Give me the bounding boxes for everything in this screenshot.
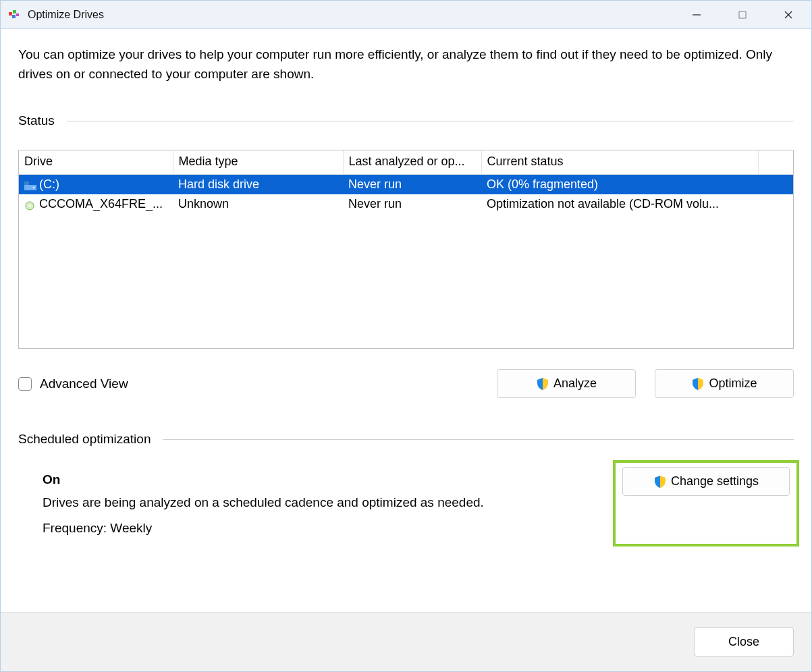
col-header-media[interactable]: Media type	[173, 150, 343, 175]
drive-name: CCCOMA_X64FRE_...	[39, 197, 163, 211]
col-header-drive[interactable]: Drive	[19, 150, 173, 175]
svg-rect-1	[13, 10, 16, 13]
schedule-desc: Drives are being analyzed on a scheduled…	[43, 495, 613, 510]
analyze-button[interactable]: Analyze	[497, 369, 636, 398]
table-row[interactable]: CCCOMA_X64FRE_... Unknown Never run Opti…	[19, 194, 793, 214]
drive-last: Never run	[343, 175, 481, 195]
drive-media: Unknown	[173, 194, 343, 214]
drives-table[interactable]: Drive Media type Last analyzed or op... …	[18, 150, 794, 349]
schedule-frequency: Frequency: Weekly	[43, 521, 613, 536]
status-label: Status	[18, 113, 55, 128]
change-settings-label: Change settings	[671, 474, 759, 488]
optimize-drives-window: Optimize Drives You can optimize your dr…	[0, 0, 812, 672]
svg-rect-5	[739, 11, 746, 18]
shield-icon	[691, 377, 705, 391]
close-label: Close	[728, 635, 759, 649]
scheduled-heading: Scheduled optimization	[18, 432, 794, 447]
divider	[163, 439, 794, 440]
schedule-state: On	[43, 472, 613, 487]
content-area: You can optimize your drives to help you…	[1, 29, 811, 612]
scheduled-section: Scheduled optimization On Drives are bei…	[18, 432, 794, 547]
change-settings-button[interactable]: Change settings	[622, 467, 790, 496]
col-header-last[interactable]: Last analyzed or op...	[343, 150, 481, 175]
svg-rect-2	[12, 15, 16, 18]
footer: Close	[1, 612, 811, 671]
close-button[interactable]: Close	[694, 627, 794, 656]
divider	[67, 121, 794, 121]
analyze-label: Analyze	[553, 376, 597, 391]
defrag-app-icon	[7, 8, 21, 22]
svg-point-10	[33, 186, 35, 188]
advanced-view-label[interactable]: Advanced View	[40, 376, 128, 391]
optimize-label: Optimize	[709, 376, 757, 391]
scheduled-label: Scheduled optimization	[18, 432, 151, 447]
col-header-filler	[758, 150, 793, 175]
close-window-button[interactable]	[765, 1, 811, 28]
status-heading: Status	[18, 113, 794, 128]
maximize-button[interactable]	[720, 1, 765, 28]
cd-icon	[24, 200, 36, 209]
svg-rect-0	[9, 12, 12, 16]
titlebar: Optimize Drives	[1, 1, 811, 29]
table-row[interactable]: (C:) Hard disk drive Never run OK (0% fr…	[19, 175, 793, 195]
svg-rect-3	[16, 13, 19, 16]
advanced-view-checkbox[interactable]	[18, 377, 32, 391]
table-header-row: Drive Media type Last analyzed or op... …	[19, 150, 793, 175]
drive-media: Hard disk drive	[173, 175, 343, 195]
col-header-status[interactable]: Current status	[481, 150, 758, 175]
change-settings-highlight: Change settings	[613, 460, 799, 547]
drive-status: OK (0% fragmented)	[481, 175, 758, 195]
minimize-button[interactable]	[674, 1, 720, 28]
shield-icon	[536, 377, 549, 391]
optimize-button[interactable]: Optimize	[655, 369, 794, 398]
drive-name: (C:)	[39, 177, 59, 192]
hdd-icon	[24, 180, 36, 190]
schedule-text: On Drives are being analyzed on a schedu…	[43, 472, 613, 547]
window-controls	[674, 1, 811, 28]
shield-icon	[653, 475, 667, 488]
svg-point-12	[29, 204, 31, 206]
window-title: Optimize Drives	[28, 9, 674, 21]
drive-status: Optimization not available (CD-ROM volu.…	[481, 194, 758, 214]
intro-text: You can optimize your drives to help you…	[18, 45, 794, 84]
drive-last: Never run	[343, 194, 481, 214]
svg-rect-9	[24, 181, 29, 185]
actions-row: Advanced View Analyze Optimize	[18, 369, 794, 398]
